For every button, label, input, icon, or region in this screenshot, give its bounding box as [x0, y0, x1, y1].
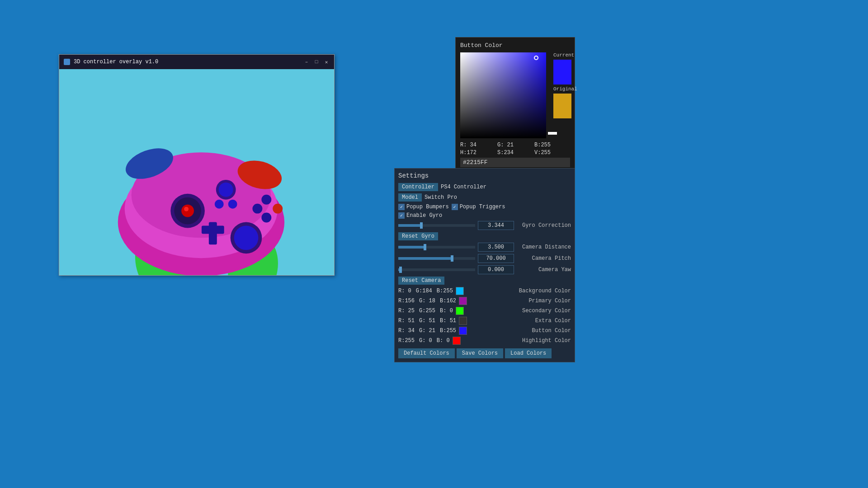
reset-camera-row: Reset Camera — [398, 277, 571, 285]
color-row-4: R: 34 G: 21 B:255 Button Color — [398, 327, 571, 335]
current-label: Current — [553, 52, 577, 58]
current-color-box[interactable] — [553, 60, 571, 84]
gyro-correction-input[interactable] — [478, 221, 514, 230]
load-colors-button[interactable]: Load Colors — [505, 348, 552, 358]
color-swatch-0[interactable] — [456, 287, 464, 295]
color-swatch-1[interactable] — [459, 297, 467, 305]
popup-bumpers-label: Popup Bumpers — [406, 204, 449, 210]
val-value: V:255 — [534, 150, 570, 156]
popup-bumpers-wrapper: ✓ Popup Bumpers — [398, 204, 449, 210]
color-row-3: R: 51 G: 51 B: 51 Extra Color — [398, 317, 571, 325]
model-row: Model Switch Pro — [398, 193, 571, 202]
model-button[interactable]: Model — [398, 193, 422, 202]
color-r-3: R: 51 — [398, 318, 415, 324]
enable-gyro-wrapper: ✓ Enable Gyro — [398, 212, 442, 219]
reset-gyro-button[interactable]: Reset Gyro — [398, 232, 438, 240]
popup-triggers-checkbox[interactable]: ✓ — [452, 204, 458, 210]
color-row-5: R:255 G: 0 B: 0 Highlight Color — [398, 337, 571, 345]
camera-pitch-input[interactable] — [478, 254, 514, 263]
sat-value: S:234 — [497, 150, 533, 156]
svg-point-19 — [215, 200, 224, 209]
svg-point-18 — [261, 213, 271, 223]
controller-button[interactable]: Controller — [398, 183, 438, 191]
checkboxes-row: ✓ Popup Bumpers ✓ Popup Triggers — [398, 204, 571, 210]
color-b-0: B:255 — [437, 288, 453, 294]
color-swatch-2[interactable] — [456, 307, 464, 315]
enable-gyro-checkbox[interactable]: ✓ — [398, 212, 405, 219]
popup-bumpers-checkbox[interactable]: ✓ — [398, 204, 405, 210]
reset-gyro-row: Reset Gyro — [398, 232, 571, 240]
camera-pitch-label: Camera Pitch — [517, 255, 571, 262]
color-name-1: Primary Color — [470, 298, 571, 304]
color-name-2: Secondary Color — [467, 308, 571, 314]
color-swatch-3[interactable] — [459, 317, 467, 325]
gyro-correction-label: Gyro Correction — [517, 222, 571, 229]
gyro-correction-slider[interactable] — [398, 224, 475, 227]
hex-value[interactable]: #2215FF — [460, 158, 570, 167]
minimize-button[interactable]: – — [303, 59, 310, 65]
color-g-3: G: 51 — [419, 318, 435, 324]
svg-rect-14 — [202, 225, 224, 234]
color-vals-3: R: 51 G: 51 B: 51 — [398, 318, 456, 324]
camera-pitch-slider[interactable] — [398, 257, 475, 260]
svg-point-12 — [234, 225, 259, 250]
color-vals-5: R:255 G: 0 B: 0 — [398, 338, 450, 344]
color-name-5: Highlight Color — [463, 338, 571, 344]
enable-gyro-row: ✓ Enable Gyro — [398, 212, 571, 219]
color-g-2: G:255 — [419, 308, 435, 314]
original-color-box[interactable] — [553, 94, 571, 118]
close-button[interactable]: ✕ — [323, 59, 330, 65]
default-colors-button[interactable]: Default Colors — [398, 348, 455, 358]
color-row-0: R: 0 G:184 B:255 Background Color — [398, 287, 571, 295]
svg-point-16 — [273, 204, 283, 214]
gradient-cursor — [534, 56, 538, 60]
color-name-0: Background Color — [467, 288, 571, 294]
enable-gyro-label: Enable Gyro — [406, 212, 442, 219]
bottom-buttons: Default Colors Save Colors Load Colors — [398, 348, 571, 358]
color-name-4: Button Color — [470, 328, 571, 334]
camera-distance-input[interactable] — [478, 243, 514, 252]
color-current-original: Current Original — [553, 52, 577, 138]
color-picker-panel: Button Color Current Original R: 34 G: 2… — [455, 37, 575, 172]
color-g-5: G: 0 — [419, 338, 432, 344]
color-vals-4: R: 34 G: 21 B:255 — [398, 328, 456, 334]
controller-value: PS4 Controller — [441, 184, 486, 190]
maximize-button[interactable]: □ — [313, 59, 320, 65]
color-swatch-5[interactable] — [453, 337, 461, 345]
color-b-4: B:255 — [440, 328, 456, 334]
controller-3d-view — [59, 69, 334, 275]
color-b-5: B: 0 — [437, 338, 450, 344]
popup-triggers-wrapper: ✓ Popup Triggers — [452, 204, 505, 210]
color-r-1: R:156 — [398, 298, 415, 304]
green-value: G: 21 — [497, 142, 533, 148]
color-row-1: R:156 G: 18 B:162 Primary Color — [398, 297, 571, 305]
gyro-correction-row: Gyro Correction — [398, 221, 571, 230]
color-picker-title: Button Color — [460, 42, 570, 49]
color-b-1: B:162 — [440, 298, 456, 304]
window-controls: – □ ✕ — [303, 59, 330, 65]
camera-distance-slider[interactable] — [398, 246, 475, 249]
color-swatch-4[interactable] — [459, 327, 467, 335]
camera-yaw-slider[interactable] — [398, 268, 475, 271]
color-gradient-box[interactable] — [460, 52, 546, 138]
red-value: R: 34 — [460, 142, 496, 148]
color-g-0: G:184 — [416, 288, 432, 294]
color-g-1: G: 18 — [419, 298, 435, 304]
color-g-4: G: 21 — [419, 328, 435, 334]
color-vals-0: R: 0 G:184 B:255 — [398, 288, 453, 294]
window-title: 3D controller overlay v1.0 — [74, 59, 303, 65]
save-colors-button[interactable]: Save Colors — [457, 348, 503, 358]
svg-point-20 — [228, 200, 237, 209]
svg-point-17 — [252, 204, 262, 214]
color-r-5: R:255 — [398, 338, 415, 344]
original-label: Original — [553, 86, 577, 92]
color-r-4: R: 34 — [398, 328, 415, 334]
reset-camera-button[interactable]: Reset Camera — [398, 277, 444, 285]
camera-distance-row: Camera Distance — [398, 243, 571, 252]
camera-pitch-row: Camera Pitch — [398, 254, 571, 263]
color-picker-main: Current Original — [460, 52, 570, 138]
camera-yaw-input[interactable] — [478, 265, 514, 274]
controller-window: 3D controller overlay v1.0 – □ ✕ — [59, 54, 335, 276]
app-icon — [64, 59, 70, 65]
color-b-3: B: 51 — [440, 318, 456, 324]
